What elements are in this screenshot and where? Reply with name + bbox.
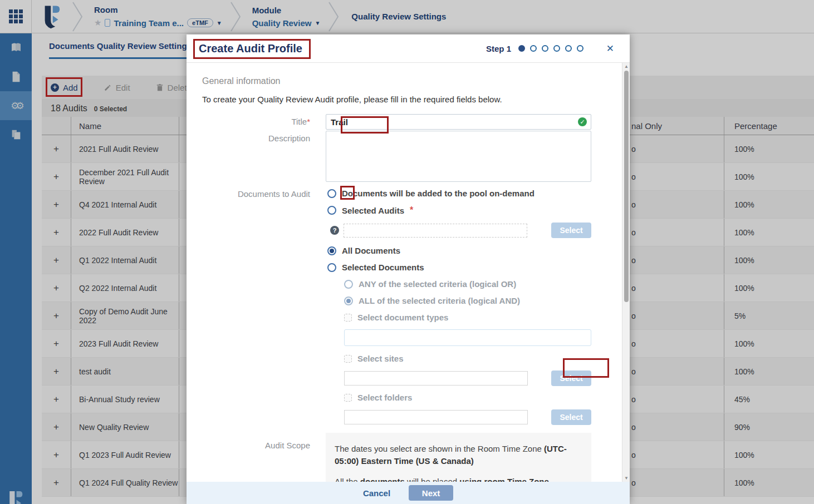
title-label: Title*	[202, 114, 326, 130]
option-selected-documents: Selected Documents	[327, 263, 591, 272]
annotation-box-on-demand-radio	[340, 186, 355, 200]
sites-label: Select sites	[357, 354, 404, 363]
option-any-criteria: ANY of the selected criteria (logical OR…	[344, 279, 591, 289]
radio-on-demand[interactable]	[327, 189, 336, 198]
required-asterisk: *	[410, 205, 413, 215]
folders-label: Select folders	[357, 393, 412, 402]
section-heading: General information	[202, 76, 600, 86]
option-on-demand-label: Documents will be added to the pool on-d…	[342, 189, 535, 198]
intro-text: To create your Quality Review Audit prof…	[202, 95, 600, 104]
cancel-button[interactable]: Cancel	[363, 488, 390, 498]
step-indicator: Step 1	[486, 44, 583, 53]
option-on-demand: Documents will be added to the pool on-d…	[327, 189, 591, 198]
step-dot-3	[542, 45, 548, 52]
radio-selected-documents[interactable]	[327, 263, 336, 272]
radio-any-criteria[interactable]	[344, 280, 353, 289]
document-types-label: Select document types	[357, 313, 448, 322]
step-dot-6	[577, 45, 583, 52]
documents-to-audit-label: Documents to Audit	[202, 189, 326, 432]
documents-to-audit-options: Documents will be added to the pool on-d…	[326, 189, 591, 432]
scope-placement-text: All the documents will be placed using r…	[335, 476, 582, 482]
description-field-row: Description	[202, 131, 600, 184]
radio-all-documents[interactable]	[327, 246, 336, 255]
selected-audits-input[interactable]	[344, 224, 527, 238]
scrollbar-thumb[interactable]	[624, 71, 629, 302]
document-types-checkbox[interactable]	[344, 314, 352, 322]
check-sites-row: Select sites	[344, 354, 591, 363]
step-dot-4	[553, 45, 560, 52]
audit-scope-panel: The dates you select are shown in the Ro…	[326, 433, 591, 482]
radio-selected-audits[interactable]	[327, 206, 336, 215]
step-label: Step 1	[486, 44, 511, 53]
option-selected-documents-label: Selected Documents	[342, 263, 424, 272]
check-document-types-row: Select document types	[344, 313, 591, 322]
valid-check-icon: ✓	[578, 117, 587, 126]
documents-to-audit-row: Documents to Audit Documents will be add…	[202, 189, 600, 432]
select-audits-button[interactable]: Select	[551, 223, 591, 238]
create-audit-profile-modal: Create Audit Profile Step 1 ✕ General in…	[187, 34, 630, 504]
select-folders-button[interactable]: Select	[551, 409, 591, 425]
screen: Room ★ Training Team e... eTMF ▼ Module …	[0, 0, 814, 504]
scope-timezone-text: The dates you select are shown in the Ro…	[335, 443, 582, 467]
sites-input[interactable]	[344, 371, 528, 386]
next-button[interactable]: Next	[409, 485, 453, 501]
annotation-box-select-sites-button	[563, 358, 609, 378]
document-types-input[interactable]	[344, 329, 591, 346]
description-label: Description	[202, 131, 326, 184]
scroll-down-arrow-icon[interactable]: ▼	[622, 476, 630, 481]
option-all-documents-label: All Documents	[342, 246, 400, 255]
title-field-row: Title* ✓	[202, 114, 600, 130]
audit-scope-row: Audit Scope The dates you select are sho…	[202, 433, 600, 482]
help-question-icon[interactable]: ?	[330, 226, 339, 235]
step-dot-1-active	[518, 45, 525, 52]
modal-footer: Cancel Next	[187, 482, 630, 504]
step-dot-2	[530, 45, 537, 52]
annotation-box-modal-title	[193, 39, 311, 59]
option-selected-audits-label: Selected Audits	[342, 206, 404, 215]
annotation-box-title-value	[341, 116, 389, 134]
option-all-criteria: ALL of the selected criteria (logical AN…	[344, 296, 591, 305]
folders-input-row: Select	[344, 409, 591, 425]
option-selected-audits: Selected Audits *	[327, 205, 591, 215]
modal-scrollbar[interactable]: ▲ ▼	[622, 63, 630, 482]
modal-body: General information To create your Quali…	[187, 63, 622, 482]
folders-input[interactable]	[344, 410, 528, 424]
annotation-box-add-button	[46, 77, 82, 97]
sites-input-row: Select	[344, 370, 591, 386]
option-any-criteria-label: ANY of the selected criteria (logical OR…	[359, 279, 516, 289]
close-icon[interactable]: ✕	[606, 43, 614, 55]
option-all-documents: All Documents	[327, 246, 591, 255]
required-asterisk: *	[307, 117, 310, 126]
step-dot-5	[565, 45, 572, 52]
description-textarea[interactable]	[326, 131, 591, 182]
sites-checkbox[interactable]	[344, 355, 352, 363]
radio-all-criteria[interactable]	[344, 297, 353, 305]
audit-scope-label: Audit Scope	[202, 433, 326, 482]
folders-checkbox[interactable]	[344, 394, 352, 402]
selected-audits-input-row: ? Select	[330, 223, 591, 238]
check-folders-row: Select folders	[344, 393, 591, 402]
scroll-up-arrow-icon[interactable]: ▲	[622, 64, 630, 69]
option-all-criteria-label: ALL of the selected criteria (logical AN…	[359, 296, 520, 305]
